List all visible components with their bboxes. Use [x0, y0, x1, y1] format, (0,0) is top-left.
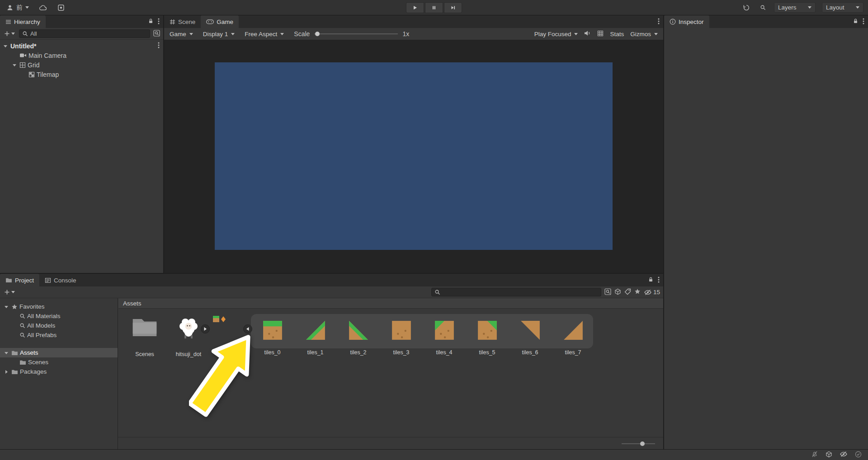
add-asset-button[interactable] — [3, 289, 16, 295]
foldout-icon[interactable] — [4, 350, 9, 356]
view-mode-dropdown[interactable]: Game — [170, 31, 193, 38]
hierarchy-search-input[interactable]: All — [19, 29, 150, 38]
eye-slash-icon — [644, 289, 652, 296]
account-button[interactable]: 前 — [5, 2, 31, 13]
scene-menu-button[interactable] — [158, 42, 160, 50]
sidebar-item-all-models[interactable]: All Models — [0, 321, 118, 330]
layers-dropdown[interactable]: Layers — [774, 2, 816, 13]
subasset-label: tiles_4 — [436, 349, 452, 356]
gizmos-dropdown[interactable]: Gizmos — [630, 31, 658, 38]
project-search-input[interactable] — [431, 288, 601, 296]
account-icon — [6, 4, 14, 11]
sidebar-item-favorites[interactable]: Favorites — [0, 302, 118, 311]
package-status-button[interactable] — [826, 451, 832, 459]
panel-menu-button[interactable] — [658, 277, 660, 284]
subasset-label: tiles_2 — [350, 349, 366, 356]
tab-project[interactable]: Project — [0, 274, 39, 286]
search-icon — [434, 289, 440, 295]
panel-menu-button[interactable] — [863, 18, 864, 26]
hidden-packages-toggle[interactable]: 15 — [644, 289, 660, 296]
subasset-tiles-4[interactable]: tiles_4 — [423, 314, 466, 356]
hierarchy-item-main-camera[interactable]: Main Camera — [0, 51, 163, 60]
kebab-icon — [658, 18, 660, 24]
item-label: Scenes — [28, 359, 48, 366]
foldout-icon[interactable] — [3, 43, 9, 49]
tab-console[interactable]: Console — [39, 274, 82, 286]
subasset-tiles-1[interactable]: tiles_1 — [294, 314, 337, 356]
visibility-status-button[interactable] — [840, 451, 848, 459]
item-label: All Models — [27, 322, 55, 329]
sidebar-item-scenes[interactable]: Scenes — [0, 357, 118, 367]
subasset-tiles-7[interactable]: tiles_7 — [552, 314, 594, 356]
label-filter-button[interactable] — [624, 288, 631, 296]
indent-spacer — [12, 313, 18, 319]
version-control-button[interactable] — [56, 2, 66, 13]
vsync-button[interactable] — [597, 30, 604, 38]
panel-menu-button[interactable] — [158, 18, 160, 26]
chevron-down-icon — [574, 33, 578, 35]
hierarchy-item-untitled[interactable]: Untitled* — [0, 41, 163, 51]
sidebar-item-assets[interactable]: Assets — [0, 348, 118, 357]
info-icon — [670, 19, 676, 25]
step-button[interactable] — [444, 2, 462, 13]
eye-slash-icon — [840, 451, 848, 457]
layout-dropdown[interactable]: Layout — [822, 2, 863, 13]
scale-slider[interactable] — [314, 31, 398, 37]
cloud-services-button[interactable] — [37, 2, 49, 13]
status-ok-button[interactable] — [855, 451, 862, 459]
annotation-arrow — [189, 324, 257, 422]
sidebar-item-all-materials[interactable]: All Materials — [0, 311, 118, 321]
item-label: Untitled* — [10, 42, 37, 50]
tab-hierarchy[interactable]: Hierarchy — [0, 15, 46, 28]
sidebar-item-packages[interactable]: Packages — [0, 367, 118, 376]
pause-button[interactable] — [425, 2, 443, 13]
notifications-muted-button[interactable] — [811, 451, 818, 459]
foldout-icon[interactable] — [12, 62, 18, 68]
open-search-window-button[interactable] — [153, 30, 160, 38]
play-button[interactable] — [406, 2, 424, 13]
subasset-tiles-6[interactable]: tiles_6 — [509, 314, 552, 356]
item-label: Tilemap — [37, 71, 59, 78]
game-viewport[interactable] — [164, 40, 663, 273]
subasset-tiles-5[interactable]: tiles_5 — [466, 314, 509, 356]
tab-inspector[interactable]: Inspector — [664, 15, 709, 28]
subasset-tiles-2[interactable]: tiles_2 — [337, 314, 380, 356]
play-focused-dropdown[interactable]: Play Focused — [534, 31, 578, 38]
subasset-tiles-0[interactable]: tiles_0 — [251, 314, 294, 356]
aspect-ratio-dropdown[interactable]: Free Aspect — [245, 31, 284, 38]
kebab-icon — [863, 18, 864, 24]
inspector-tabstrip: Inspector — [664, 15, 868, 28]
hierarchy-item-tilemap[interactable]: Tilemap — [0, 70, 163, 79]
speaker-icon — [584, 30, 591, 36]
asset-type-filter-button[interactable] — [614, 288, 621, 296]
foldout-icon[interactable] — [4, 369, 9, 375]
panel-menu-button[interactable] — [658, 18, 660, 26]
scene-icon — [170, 19, 175, 25]
lock-button[interactable] — [648, 277, 653, 284]
open-search-window-button[interactable] — [604, 288, 611, 296]
sidebar-item-all-prefabs[interactable]: All Prefabs — [0, 330, 118, 340]
tile-sprite-icon — [263, 320, 283, 340]
tab-scene[interactable]: Scene — [164, 15, 201, 28]
lock-button[interactable] — [148, 18, 153, 25]
item-label: Main Camera — [28, 52, 66, 59]
folder-icon — [11, 350, 18, 356]
subasset-label: tiles_0 — [264, 349, 280, 356]
foldout-icon[interactable] — [4, 304, 9, 310]
hierarchy-item-grid[interactable]: Grid — [0, 60, 163, 70]
stats-button[interactable]: Stats — [610, 31, 624, 38]
pause-icon — [431, 5, 437, 10]
tab-label: Game — [217, 19, 233, 25]
undo-history-button[interactable] — [741, 2, 752, 13]
display-dropdown[interactable]: Display 1 — [203, 31, 235, 38]
asset-item-scenes[interactable]: Scenes — [127, 315, 162, 357]
favorites-filter-button[interactable] — [634, 288, 641, 296]
global-search-button[interactable] — [758, 2, 768, 13]
add-object-button[interactable] — [3, 31, 16, 37]
subasset-tiles-3[interactable]: tiles_3 — [380, 314, 423, 356]
lock-button[interactable] — [853, 18, 858, 25]
plus-icon — [4, 31, 10, 37]
mute-audio-button[interactable] — [584, 30, 591, 38]
thumbnail-size-slider[interactable] — [622, 441, 655, 446]
tab-game[interactable]: Game — [201, 15, 239, 28]
